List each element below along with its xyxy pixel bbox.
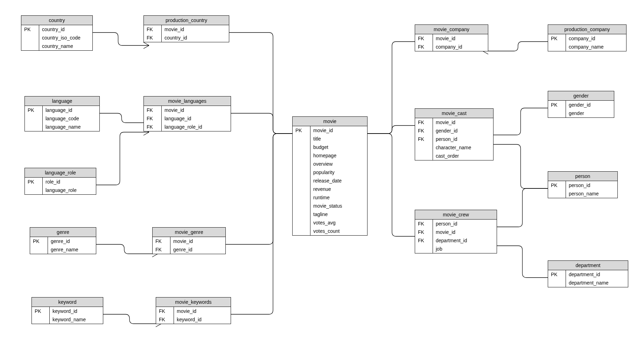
attribute-row: FKmovie_id <box>153 237 225 245</box>
attribute-list: PKcompany_idcompany_name <box>548 34 626 51</box>
attribute-name: country_iso_code <box>39 34 93 42</box>
attribute-name: gender_id <box>433 127 493 135</box>
entity-title: department <box>548 261 628 270</box>
relationship-line <box>96 244 152 254</box>
entity-movie_languages: movie_languagesFKmovie_idFKlanguage_idFK… <box>144 96 231 131</box>
key-indicator <box>32 315 50 324</box>
attribute-row: person_name <box>548 189 617 198</box>
attribute-name: overview <box>310 160 368 168</box>
entity-title: movie <box>293 117 367 126</box>
key-indicator <box>30 245 48 254</box>
attribute-row: PKgender_id <box>548 101 614 109</box>
relationship-line <box>368 126 415 134</box>
attribute-row: country_name <box>21 42 92 50</box>
entity-title: keyword <box>32 297 103 307</box>
key-indicator <box>293 202 310 210</box>
attribute-name: person_id <box>433 220 497 228</box>
attribute-name: genre_name <box>48 245 96 254</box>
attribute-row: tagline <box>293 210 367 218</box>
attribute-name: company_id <box>566 34 626 43</box>
relationship-line <box>493 108 548 135</box>
key-indicator: FK <box>415 228 433 236</box>
attribute-name: movie_id <box>433 118 493 127</box>
attribute-name: cast_order <box>433 152 493 160</box>
relationship-line <box>103 314 156 324</box>
attribute-row: PKkeyword_id <box>32 307 103 315</box>
key-indicator <box>293 135 310 143</box>
key-indicator: FK <box>415 220 433 228</box>
attribute-row: FKperson_id <box>415 135 493 143</box>
attribute-name: genre_id <box>48 237 96 245</box>
attribute-row: PKdepartment_id <box>548 270 628 279</box>
attribute-name: department_id <box>433 236 497 245</box>
key-indicator <box>548 43 566 51</box>
key-indicator <box>25 123 43 131</box>
attribute-name: release_date <box>310 177 368 185</box>
entity-title: movie_keywords <box>156 297 231 307</box>
attribute-row: budget <box>293 143 367 151</box>
key-indicator: FK <box>415 118 433 127</box>
attribute-name: movie_id <box>310 126 368 135</box>
attribute-row: country_iso_code <box>21 34 92 42</box>
relationship-line <box>100 113 144 123</box>
attribute-row: runtime <box>293 193 367 202</box>
attribute-name: company_id <box>433 43 488 51</box>
attribute-name: person_name <box>566 189 618 198</box>
attribute-row: department_name <box>548 279 628 287</box>
attribute-name: budget <box>310 143 368 151</box>
entity-language: languagePKlanguage_idlanguage_codelangua… <box>24 96 100 131</box>
key-indicator: FK <box>415 43 433 51</box>
attribute-row: PKmovie_id <box>293 126 367 135</box>
key-indicator <box>415 245 433 253</box>
key-indicator <box>548 279 566 287</box>
key-indicator <box>293 143 310 151</box>
attribute-name: tagline <box>310 210 368 218</box>
relationship-line <box>93 33 144 45</box>
entity-production_country: production_countryFKmovie_idFKcountry_id <box>144 15 229 42</box>
key-indicator: FK <box>144 25 162 34</box>
attribute-name: language_role <box>43 186 96 194</box>
key-indicator <box>293 168 310 177</box>
key-indicator: FK <box>144 114 162 123</box>
key-indicator <box>21 42 39 50</box>
key-indicator <box>25 186 43 194</box>
attribute-list: PKrole_idlanguage_role <box>25 178 96 194</box>
key-indicator <box>293 185 310 193</box>
attribute-list: PKlanguage_idlanguage_codelanguage_name <box>25 106 99 131</box>
key-indicator: PK <box>548 270 566 279</box>
key-indicator: FK <box>144 106 162 114</box>
attribute-name: revenue <box>310 185 368 193</box>
entity-movie_genre: movie_genreFKmovie_idFKgenre_id <box>152 227 226 254</box>
entity-title: language <box>25 96 99 106</box>
attribute-row: popularity <box>293 168 367 177</box>
attribute-name: gender_id <box>566 101 614 109</box>
attribute-row: movie_status <box>293 202 367 210</box>
attribute-row: overview <box>293 160 367 168</box>
entity-title: movie_crew <box>415 210 497 220</box>
attribute-list: PKkeyword_idkeyword_name <box>32 307 103 324</box>
attribute-name: job <box>433 245 497 253</box>
key-indicator <box>293 193 310 202</box>
attribute-row: PKgenre_id <box>30 237 96 245</box>
relationship-line <box>226 134 292 244</box>
key-indicator: PK <box>548 181 566 189</box>
attribute-name: votes_avg <box>310 218 368 227</box>
key-indicator: FK <box>415 127 433 135</box>
entity-title: language_role <box>25 168 96 178</box>
attribute-list: PKcountry_idcountry_iso_codecountry_name <box>21 25 92 50</box>
attribute-name: country_id <box>162 34 229 42</box>
key-indicator <box>293 151 310 160</box>
attribute-name: keyword_name <box>50 315 103 324</box>
attribute-list: FKmovie_idFKlanguage_idFKlanguage_role_i… <box>144 106 231 131</box>
relationship-line <box>96 132 144 185</box>
attribute-name: keyword_id <box>50 307 103 315</box>
attribute-name: movie_id <box>174 307 231 315</box>
attribute-name: person_id <box>433 135 493 143</box>
attribute-row: votes_avg <box>293 218 367 227</box>
entity-title: person <box>548 172 617 181</box>
attribute-row: FKkeyword_id <box>156 315 231 324</box>
key-indicator: PK <box>25 106 43 114</box>
relationship-line <box>493 144 548 188</box>
attribute-row: PKcompany_id <box>548 34 626 43</box>
key-indicator: FK <box>415 135 433 143</box>
